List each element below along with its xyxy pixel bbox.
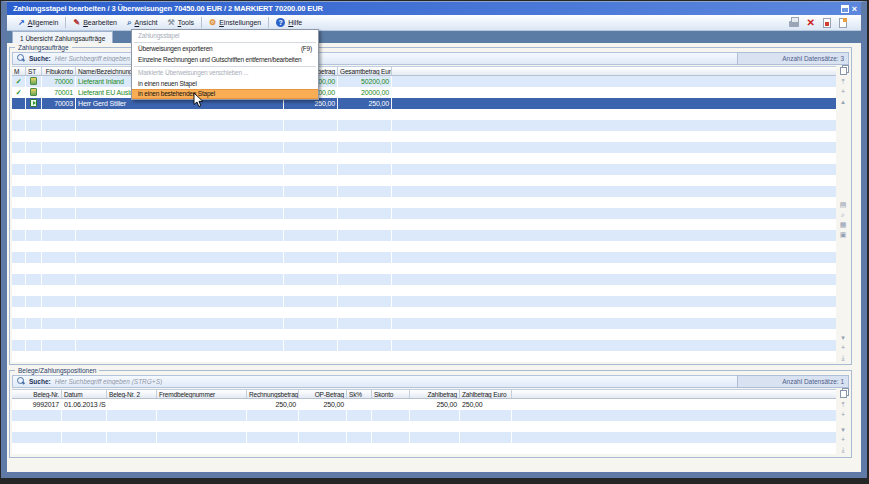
empty-table-row[interactable] xyxy=(12,307,836,318)
menu-item-markierte-überweisungen-verschieben: Markierte Überweisungen verschieben ... xyxy=(132,68,318,79)
table-cell xyxy=(26,340,42,351)
column-header-OP-Betrag[interactable]: OP-Betrag xyxy=(299,390,347,398)
last-record-icon[interactable]: ⤓ xyxy=(841,353,844,363)
menu-item-überweisungen-exportieren[interactable]: Überweisungen exportieren(F9) xyxy=(132,44,318,55)
column-header-Fremdbelegnummer[interactable]: Fremdbelegnummer xyxy=(157,390,247,398)
first-record-icon[interactable]: ⤒ xyxy=(841,77,844,87)
table-cell xyxy=(247,443,299,454)
table-cell: ✓ xyxy=(12,87,26,98)
empty-table-row[interactable] xyxy=(12,219,836,230)
table-cell xyxy=(410,432,460,443)
column-header-Skonto[interactable]: Skonto xyxy=(372,390,410,398)
menu-item-in-einen-neuen-stapel[interactable]: in einen neuen Stapel xyxy=(132,78,318,89)
empty-table-row[interactable] xyxy=(12,241,836,252)
new-document-icon[interactable] xyxy=(839,18,847,28)
delete-icon[interactable]: ✕ xyxy=(807,18,815,28)
column-header-Sk%[interactable]: Sk% xyxy=(347,390,372,398)
restore-window-icon[interactable] xyxy=(841,5,849,13)
close-window-icon[interactable]: × xyxy=(852,5,857,13)
menubar-item-hilfe[interactable]: ?Hilfe xyxy=(271,17,307,28)
table-cell xyxy=(284,307,338,318)
down-icon[interactable]: ▾ xyxy=(841,333,845,343)
table-cell xyxy=(42,252,76,263)
empty-table-row[interactable] xyxy=(12,285,836,296)
positions-search-input[interactable] xyxy=(55,378,737,385)
menu-item-einzelne-rechnungen-und-gutschriften-entfernen-bearbeiten[interactable]: Einzelne Rechnungen und Gutschriften ent… xyxy=(132,54,318,65)
column-header-Fibukonto[interactable]: Fibukonto xyxy=(42,67,76,75)
table-cell xyxy=(284,318,338,329)
empty-table-row[interactable] xyxy=(12,208,836,219)
menu-item-in-einen-bestehenden-stapel[interactable]: in einen bestehenden Stapel xyxy=(132,89,318,100)
empty-table-row[interactable] xyxy=(12,197,836,208)
empty-table-row[interactable] xyxy=(12,230,836,241)
copy-icon[interactable] xyxy=(840,67,847,75)
empty-table-row[interactable] xyxy=(12,432,836,443)
empty-table-row[interactable] xyxy=(12,252,836,263)
tab-uebersicht-zahlungsauftraege[interactable]: 1 Übersicht Zahlungsaufträge xyxy=(12,31,113,43)
table-row[interactable]: 999201701.06.2013 /Sa250,00250,00250,002… xyxy=(12,399,836,410)
list-view-icon[interactable]: ▤ xyxy=(840,200,847,210)
empty-table-row[interactable] xyxy=(12,131,836,142)
menubar-item-allgemein[interactable]: ↗Allgemein xyxy=(13,18,63,28)
column-header-Gesamtbetrag Euro[interactable]: Gesamtbetrag Euro xyxy=(338,67,392,75)
empty-table-row[interactable] xyxy=(12,443,836,454)
table-cell xyxy=(392,142,836,153)
column-header-Datum[interactable]: Datum xyxy=(62,390,107,398)
empty-table-row[interactable] xyxy=(12,164,836,175)
up-icon[interactable]: ▴ xyxy=(841,97,845,107)
table-cell xyxy=(42,307,76,318)
search-record-icon[interactable]: ⌕ xyxy=(841,210,845,220)
empty-table-row[interactable] xyxy=(12,175,836,186)
transfer-icon xyxy=(30,88,37,96)
copy-icon[interactable] xyxy=(840,390,847,398)
add-record-icon[interactable]: + xyxy=(841,87,845,97)
empty-table-row[interactable] xyxy=(12,410,836,421)
empty-table-row[interactable] xyxy=(12,186,836,197)
form-view-icon[interactable]: ▦ xyxy=(840,220,847,230)
window-icon[interactable]: ▣ xyxy=(840,230,847,240)
menubar-item-bearbeiten[interactable]: ✎Bearbeiten xyxy=(68,18,122,28)
empty-table-row[interactable] xyxy=(12,340,836,351)
table-cell xyxy=(12,443,62,454)
empty-table-row[interactable] xyxy=(12,274,836,285)
menubar-item-ansicht[interactable]: ⌕Ansicht xyxy=(122,18,162,28)
first-record-icon[interactable]: ⤒ xyxy=(841,400,844,410)
table-cell xyxy=(299,443,347,454)
empty-table-row[interactable] xyxy=(12,329,836,340)
down-icon[interactable]: ▾ xyxy=(841,425,845,435)
column-header-Zahlbetrag Euro[interactable]: Zahlbetrag Euro xyxy=(460,390,512,398)
empty-table-row[interactable] xyxy=(12,351,836,362)
append-record-icon[interactable]: + xyxy=(841,343,845,353)
empty-table-row[interactable] xyxy=(12,318,836,329)
table-cell xyxy=(12,329,26,340)
edit-document-icon[interactable] xyxy=(823,18,831,28)
print-icon[interactable] xyxy=(789,21,799,27)
empty-table-row[interactable] xyxy=(12,263,836,274)
column-header-Rechnungsbetrag[interactable]: Rechnungsbetrag xyxy=(247,390,299,398)
table-cell xyxy=(284,131,338,142)
column-header-Zahlbetrag[interactable]: Zahlbetrag xyxy=(410,390,460,398)
column-header-ST[interactable]: ST xyxy=(26,67,42,75)
menubar-item-einstellungen[interactable]: ⚙Einstellungen xyxy=(204,18,266,28)
empty-table-row[interactable] xyxy=(12,120,836,131)
table-cell xyxy=(372,399,410,410)
table-cell xyxy=(26,329,42,340)
search-icon xyxy=(17,54,26,63)
last-record-icon[interactable]: ⤓ xyxy=(841,445,844,455)
empty-table-row[interactable] xyxy=(12,421,836,432)
append-record-icon[interactable]: + xyxy=(841,435,845,445)
add-record-icon[interactable]: + xyxy=(841,410,845,420)
empty-table-row[interactable] xyxy=(12,153,836,164)
empty-table-row[interactable] xyxy=(12,142,836,153)
menubar-item-tools[interactable]: ⚒Tools xyxy=(162,18,199,28)
empty-table-row[interactable] xyxy=(12,296,836,307)
table-cell: 9992017 xyxy=(12,399,62,410)
empty-table-row[interactable] xyxy=(12,109,836,120)
table-cell xyxy=(284,263,338,274)
table-cell: 70003 xyxy=(42,98,76,109)
column-header-Beleg-Nr. 2[interactable]: Beleg-Nr. 2 xyxy=(107,390,157,398)
table-cell xyxy=(392,329,836,340)
column-header-Beleg-Nr.[interactable]: Beleg-Nr. xyxy=(12,390,62,398)
column-header-M[interactable]: M xyxy=(12,67,26,75)
table-cell xyxy=(42,153,76,164)
